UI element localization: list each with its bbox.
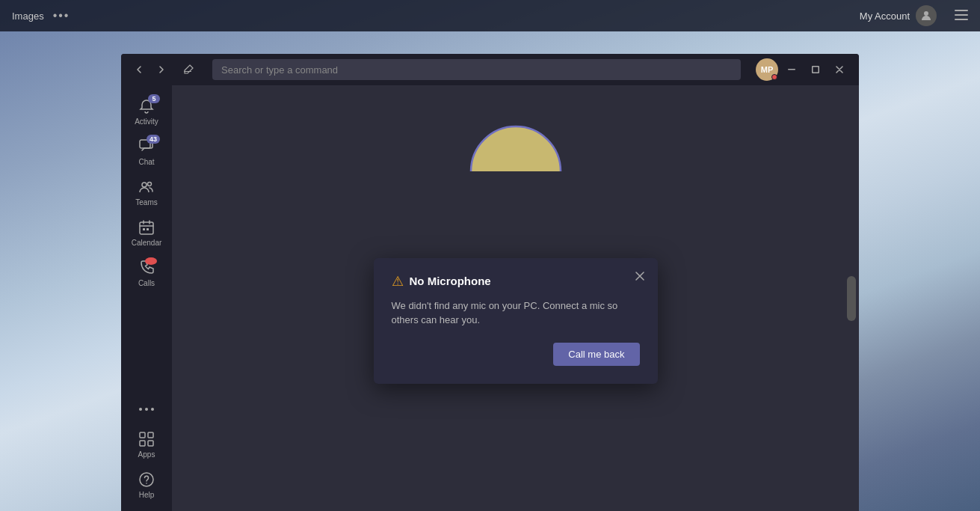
sidebar-item-chat[interactable]: 43 Chat <box>121 132 172 172</box>
sidebar-item-activity[interactable]: 5 Activity <box>121 91 172 132</box>
avatar-initials: MP <box>761 65 774 74</box>
apps-icon-container <box>138 430 155 448</box>
svg-point-20 <box>140 473 153 486</box>
restore-button[interactable] <box>805 59 826 80</box>
back-button[interactable] <box>130 61 148 79</box>
svg-point-9 <box>148 183 152 186</box>
minimize-button[interactable] <box>781 59 802 80</box>
svg-rect-3 <box>955 19 968 20</box>
sidebar-bottom: Apps Help <box>121 394 172 505</box>
title-nav <box>130 61 197 79</box>
browser-menu-icon[interactable] <box>955 8 968 24</box>
browser-tab-dots[interactable]: ••• <box>53 9 70 22</box>
user-avatar[interactable]: MP <box>756 58 778 81</box>
svg-point-8 <box>142 183 147 187</box>
browser-account-label: My Account <box>860 10 910 22</box>
forward-icon <box>157 65 166 74</box>
dialog-actions: Call me back <box>392 343 640 366</box>
svg-rect-16 <box>140 432 145 438</box>
browser-account: My Account <box>860 5 968 26</box>
sidebar-item-help[interactable]: Help <box>121 465 172 505</box>
calls-label: Calls <box>138 279 155 287</box>
teams-icon <box>138 179 155 195</box>
compose-icon <box>182 64 194 76</box>
chat-badge: 43 <box>147 135 160 144</box>
sidebar-item-more[interactable] <box>121 394 172 424</box>
svg-point-13 <box>139 408 142 411</box>
activity-icon-container: 5 <box>138 97 155 115</box>
calendar-label: Calendar <box>132 239 162 247</box>
ellipsis-icon <box>138 407 155 411</box>
dialog: ⚠ No Microphone We didn't find any mic o… <box>374 258 658 384</box>
dialog-title-row: ⚠ No Microphone <box>392 273 640 290</box>
teams-window: Search or type a command MP <box>121 54 859 511</box>
chat-icon-container: 43 <box>138 138 155 156</box>
teams-label: Teams <box>135 198 157 206</box>
title-actions: MP <box>756 58 850 81</box>
sidebar-item-calendar[interactable]: Calendar <box>121 212 172 253</box>
teams-icon-container <box>138 178 155 196</box>
calls-badge: ● <box>145 257 157 265</box>
apps-label: Apps <box>138 450 155 459</box>
call-me-back-button[interactable]: Call me back <box>553 343 639 366</box>
dialog-close-icon <box>635 272 644 281</box>
sidebar: 5 Activity 43 Chat <box>121 85 172 511</box>
activity-badge: 5 <box>148 94 160 103</box>
svg-point-21 <box>146 483 147 484</box>
minimize-icon <box>788 69 795 70</box>
compose-button[interactable] <box>179 61 197 79</box>
svg-rect-2 <box>955 14 968 16</box>
svg-rect-6 <box>813 67 819 73</box>
svg-rect-19 <box>148 441 153 446</box>
avatar-status-dot <box>771 74 777 80</box>
svg-point-15 <box>151 408 154 411</box>
dialog-body: We didn't find any mic on your PC. Conne… <box>392 299 640 328</box>
svg-rect-17 <box>148 432 153 438</box>
svg-rect-10 <box>140 222 153 234</box>
apps-icon <box>139 432 154 447</box>
browser-tab-label: Images <box>12 10 44 22</box>
person-icon <box>920 10 932 22</box>
calendar-icon-container <box>138 218 155 236</box>
forward-button[interactable] <box>152 61 170 79</box>
title-bar: Search or type a command MP <box>121 54 859 85</box>
help-label: Help <box>139 491 155 499</box>
content-panel: ⚠ No Microphone We didn't find any mic o… <box>172 85 859 511</box>
browser-account-icon[interactable] <box>916 5 937 26</box>
close-button[interactable] <box>829 59 850 80</box>
main-content: 5 Activity 43 Chat <box>121 85 859 511</box>
hamburger-icon <box>955 10 968 20</box>
activity-label: Activity <box>135 117 158 126</box>
more-icon <box>138 400 155 418</box>
back-icon <box>135 65 144 74</box>
calendar-icon <box>138 219 155 236</box>
dialog-close-button[interactable] <box>631 267 649 285</box>
help-icon <box>138 471 155 488</box>
svg-rect-11 <box>143 228 145 230</box>
sidebar-item-calls[interactable]: ● Calls <box>121 253 172 293</box>
restore-icon <box>812 66 819 73</box>
scrollbar[interactable] <box>847 276 856 321</box>
search-placeholder: Search or type a command <box>221 64 338 76</box>
svg-point-14 <box>145 408 148 411</box>
svg-rect-12 <box>147 228 149 230</box>
svg-rect-5 <box>788 69 795 70</box>
svg-rect-1 <box>955 10 968 11</box>
dialog-overlay: ⚠ No Microphone We didn't find any mic o… <box>172 85 859 511</box>
sidebar-item-teams[interactable]: Teams <box>121 172 172 212</box>
search-bar[interactable]: Search or type a command <box>212 59 741 80</box>
browser-bar: Images ••• My Account <box>0 0 980 31</box>
dialog-title-text: No Microphone <box>410 275 491 287</box>
help-icon-container <box>138 471 155 489</box>
close-icon <box>836 66 843 73</box>
svg-rect-18 <box>140 441 145 446</box>
calls-icon-container: ● <box>138 259 155 277</box>
sidebar-item-apps[interactable]: Apps <box>121 424 172 465</box>
svg-point-0 <box>924 11 928 16</box>
warning-icon: ⚠ <box>392 273 404 290</box>
chat-label: Chat <box>138 158 154 166</box>
